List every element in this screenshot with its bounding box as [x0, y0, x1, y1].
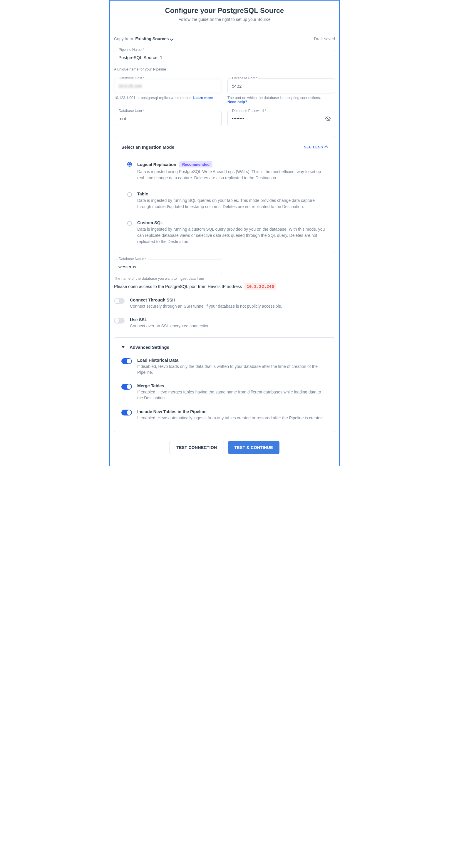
ssh-desc: Connect securely through an SSH tunnel i…	[130, 303, 282, 309]
ip-access-text: Please open access to the PostgreSQL por…	[114, 284, 242, 289]
eye-off-icon[interactable]	[325, 116, 331, 122]
ssl-toggle-row: Use SSL Connect over an SSL-encrypted co…	[114, 317, 335, 329]
ingestion-option-table[interactable]: Table Data is ingested by running SQL qu…	[121, 192, 328, 210]
db-port-field: Database Port *	[228, 79, 335, 93]
page-title: Configure your PostgreSQL Source	[114, 6, 335, 15]
db-host-helper-text: 10.123.1.001 or postgresql-replica.weste…	[114, 96, 193, 100]
ssh-toggle-row: Connect Through SSH Connect securely thr…	[114, 298, 335, 309]
copy-from: Copy from Existing Sources	[114, 36, 173, 41]
ingestion-option-desc: Data is ingested using PostgreSQL Write …	[137, 169, 328, 181]
db-name-field: Database Name *	[114, 259, 222, 274]
ingestion-option-title: Custom SQL	[137, 220, 163, 225]
footer-buttons: TEST CONNECTION TEST & CONTINUE	[114, 441, 335, 454]
load-historical-toggle[interactable]	[121, 358, 132, 364]
copy-from-label: Copy from	[114, 36, 133, 41]
ingestion-option-title: Logical Replication	[137, 162, 176, 167]
pipeline-name-field: Pipeline Name *	[114, 50, 335, 65]
pipeline-name-input[interactable]	[114, 50, 335, 65]
advanced-settings-header[interactable]: Advanced Settings	[121, 345, 328, 350]
page-header: Configure your PostgreSQL Source Follow …	[114, 6, 335, 22]
advanced-settings-panel: Advanced Settings Load Historical Data I…	[114, 337, 335, 432]
top-row: Copy from Existing Sources Draft saved	[114, 36, 335, 41]
ip-address-badge: 10.2.22.240	[244, 283, 276, 290]
include-new-tables-row: Include New Tables in the Pipeline If en…	[121, 409, 328, 421]
ssl-toggle[interactable]	[114, 318, 125, 323]
see-less-toggle[interactable]: SEE LESS	[304, 145, 328, 150]
include-new-tables-toggle[interactable]	[121, 410, 132, 415]
pipeline-name-label: Pipeline Name *	[118, 48, 145, 52]
db-password-field: Database Password *	[228, 111, 335, 126]
load-historical-title: Load Historical Data	[137, 358, 328, 363]
copy-from-value: Existing Sources	[136, 36, 169, 41]
merge-tables-title: Merge Tables	[137, 383, 328, 388]
db-password-input[interactable]	[228, 111, 335, 126]
merge-tables-toggle[interactable]	[121, 384, 132, 390]
copy-from-dropdown[interactable]: Existing Sources	[136, 36, 174, 41]
chevron-down-icon	[171, 37, 173, 40]
db-port-helper: The port on which the database is accept…	[228, 96, 335, 104]
db-user-label: Database User *	[118, 109, 146, 113]
draft-saved-status: Draft saved	[314, 36, 335, 41]
test-continue-button[interactable]: TEST & CONTINUE	[228, 441, 279, 454]
merge-tables-row: Merge Tables If enabled, Hevo merges tab…	[121, 383, 328, 401]
db-host-field: Database Host *	[114, 79, 221, 93]
merge-tables-desc: If enabled, Hevo merges tables having th…	[137, 389, 328, 401]
radio-icon	[127, 221, 132, 226]
db-port-need-help-link[interactable]: Need help?	[228, 100, 252, 104]
recommended-badge: Recommended	[179, 161, 212, 167]
see-less-label: SEE LESS	[304, 145, 323, 149]
test-connection-button[interactable]: TEST CONNECTION	[170, 441, 223, 454]
load-historical-row: Load Historical Data If disabled, Hevo l…	[121, 358, 328, 375]
triangle-down-icon	[121, 346, 125, 348]
db-port-label: Database Port *	[231, 76, 258, 80]
db-name-input[interactable]	[114, 259, 222, 274]
db-user-field: Database User *	[114, 111, 221, 126]
ip-access-line: Please open access to the PostgreSQL por…	[114, 284, 335, 289]
ingestion-option-desc: Data is ingested by running SQL queries …	[137, 197, 328, 210]
db-host-input[interactable]	[114, 79, 221, 93]
chevron-up-icon	[325, 145, 328, 150]
load-historical-desc: If disabled, Hevo loads only the data th…	[137, 364, 328, 375]
radio-icon	[127, 162, 132, 166]
db-port-helper-text: The port on which the database is accept…	[228, 96, 321, 100]
ingestion-option-custom-sql[interactable]: Custom SQL Data is ingested by running a…	[121, 220, 328, 245]
pipeline-name-helper: A unique name for your Pipeline	[114, 67, 335, 71]
ingestion-option-title: Table	[137, 192, 148, 196]
db-user-input[interactable]	[114, 111, 221, 126]
db-host-learn-more-link[interactable]: Learn more	[193, 96, 218, 100]
db-name-helper: The name of the database you want to ing…	[114, 277, 222, 281]
db-name-label: Database Name *	[118, 257, 148, 261]
ingestion-option-logical-replication[interactable]: Logical Replication Recommended Data is …	[121, 161, 328, 181]
configure-source-frame: Configure your PostgreSQL Source Follow …	[109, 0, 340, 466]
ingestion-mode-title: Select an Ingestion Mode	[121, 145, 174, 150]
db-password-label: Database Password *	[231, 109, 267, 113]
include-new-tables-desc: If enabled, Hevo automatically ingests f…	[137, 415, 324, 421]
ssh-toggle[interactable]	[114, 298, 125, 304]
include-new-tables-title: Include New Tables in the Pipeline	[137, 409, 324, 414]
page-subtitle: Follow the guide on the right to set up …	[114, 17, 335, 22]
db-host-helper: 10.123.1.001 or postgresql-replica.weste…	[114, 96, 221, 100]
ssl-title: Use SSL	[130, 317, 210, 322]
radio-icon	[127, 192, 132, 197]
advanced-settings-title: Advanced Settings	[129, 345, 169, 350]
db-port-input[interactable]	[228, 79, 335, 93]
ingestion-mode-panel: Select an Ingestion Mode SEE LESS Logica…	[114, 136, 335, 252]
ingestion-option-desc: Data is ingested by running a custom SQL…	[137, 226, 328, 245]
ssh-title: Connect Through SSH	[130, 298, 282, 302]
ssl-desc: Connect over an SSL-encrypted connection	[130, 323, 210, 329]
